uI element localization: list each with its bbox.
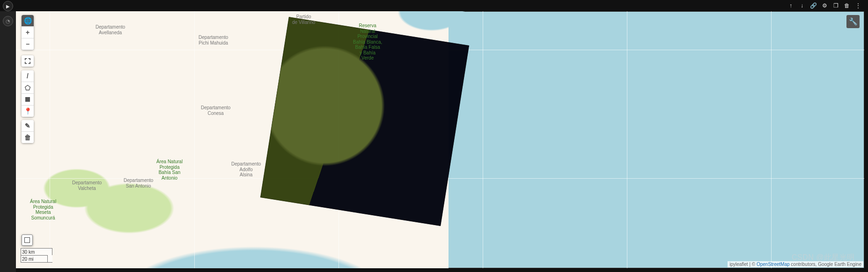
cell-move-down-button[interactable]: ↓ bbox=[797, 0, 807, 11]
label-area-bsa: Área NaturalProtegidaBahía SanAntonio bbox=[156, 159, 183, 181]
rectangle-icon bbox=[25, 97, 30, 102]
scale-bar: 30 km 20 mi bbox=[21, 248, 52, 263]
output-gutter: ◔ bbox=[0, 11, 16, 272]
scale-mi: 20 mi bbox=[21, 255, 48, 262]
draw-polygon-button[interactable]: ⬠ bbox=[22, 82, 34, 94]
zoom-in-button[interactable]: + bbox=[22, 27, 34, 38]
output-avatar-icon: ◔ bbox=[3, 16, 13, 26]
edit-control-group: ✎ 🗑 bbox=[22, 120, 34, 143]
cell-settings-button[interactable]: ⚙ bbox=[819, 0, 830, 11]
attribution-osm-link[interactable]: OpenStreetMap bbox=[757, 262, 790, 267]
fullscreen-button[interactable] bbox=[22, 55, 34, 67]
run-cell-button[interactable]: ▶ bbox=[3, 1, 13, 11]
label-sanantonio: DepartamentoSan Antonio bbox=[124, 178, 153, 189]
label-conesa: DepartamentoConesa bbox=[201, 105, 230, 116]
label-area-meseta: Área NaturalProtegidaMesetaSomuncurá bbox=[30, 199, 56, 220]
layers-icon bbox=[24, 237, 30, 243]
cell-delete-button[interactable]: 🗑 bbox=[842, 0, 852, 11]
delete-shape-button[interactable]: 🗑 bbox=[22, 132, 34, 143]
zoom-control-group: 🌐 + − bbox=[22, 15, 34, 50]
label-avellaneda: DepartamentoAvellaneda bbox=[96, 24, 125, 35]
cell-link-button[interactable]: 🔗 bbox=[808, 0, 818, 11]
label-pichi: DepartamentoPichi Mahuida bbox=[199, 35, 228, 45]
draw-rectangle-button[interactable] bbox=[22, 94, 34, 106]
draw-line-button[interactable]: / bbox=[22, 70, 34, 82]
attribution-suffix: contributors, Google Earth Engine bbox=[791, 262, 861, 267]
label-villarino: Partidode Villarino bbox=[292, 14, 315, 25]
edit-shape-button[interactable]: ✎ bbox=[22, 120, 34, 132]
cell-move-up-button[interactable]: ↑ bbox=[786, 0, 796, 11]
layers-button[interactable] bbox=[22, 234, 33, 246]
toolbox-button[interactable]: 🔧 bbox=[846, 15, 860, 28]
cell-duplicate-button[interactable]: ❐ bbox=[831, 0, 841, 11]
attribution: ipyleaflet | © OpenStreetMap contributor… bbox=[728, 261, 863, 267]
label-reserva-bbbf: ReservaNaturalProvincialBahía Blanca,Bah… bbox=[353, 23, 382, 61]
cell-more-button[interactable]: ⋮ bbox=[853, 0, 863, 11]
label-adolfo: DepartamentoAdolfoAlsina bbox=[231, 161, 261, 178]
map-widget[interactable]: Partidode Villarino DepartamentoAvellane… bbox=[16, 11, 864, 268]
attribution-prefix: ipyleaflet | © bbox=[729, 262, 757, 267]
home-globe-button[interactable]: 🌐 bbox=[22, 15, 34, 27]
cell-toolbar: ↑ ↓ 🔗 ⚙ ❐ 🗑 ⋮ bbox=[0, 0, 865, 11]
fullscreen-icon bbox=[24, 58, 31, 64]
zoom-out-button[interactable]: − bbox=[22, 38, 34, 50]
scale-km: 30 km bbox=[21, 248, 52, 255]
label-valcheta: DepartamentoValcheta bbox=[72, 180, 102, 191]
draw-control-group: / ⬠ 📍 bbox=[22, 70, 34, 117]
fullscreen-control-group bbox=[22, 55, 34, 67]
draw-marker-button[interactable]: 📍 bbox=[22, 106, 34, 117]
